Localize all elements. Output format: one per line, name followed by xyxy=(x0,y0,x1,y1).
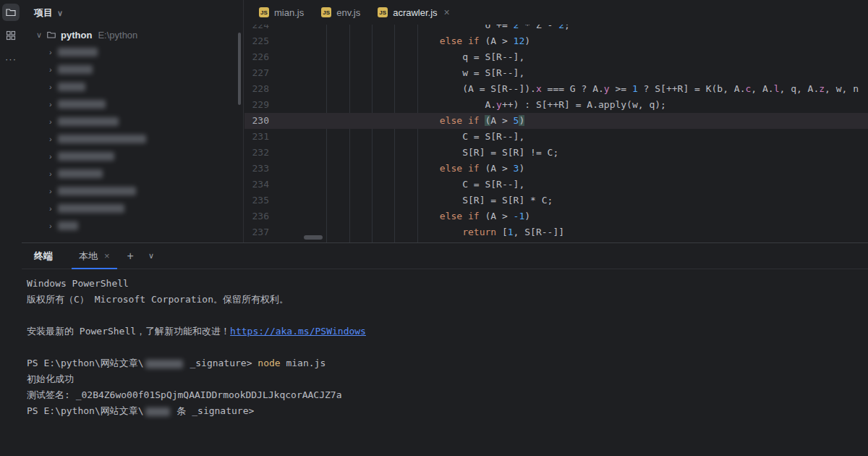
code-line-231[interactable]: 231 C = S[R--], xyxy=(244,129,868,145)
terminal-tab-label: 本地 xyxy=(79,250,98,263)
editor-lines: 224 U += 2 * Z - 2;225 else if (A > 12)2… xyxy=(244,25,868,240)
chevron-right-icon[interactable]: › xyxy=(49,152,52,161)
terminal-line xyxy=(27,339,868,355)
tree-item[interactable]: › xyxy=(22,217,243,235)
code-line-232[interactable]: 232 S[R] = S[R] != C; xyxy=(244,145,868,161)
terminal-line: 安装最新的 PowerShell，了解新功能和改进！https://aka.ms… xyxy=(27,324,868,339)
terminal-line: 测试签名: _02B4Z6wo00f01SpQjmQAAIDDrmookDDJL… xyxy=(27,387,868,403)
redacted-label xyxy=(58,187,136,195)
tree-item[interactable]: › xyxy=(22,130,243,148)
editor-tab-env.js[interactable]: JSenv.js xyxy=(312,0,369,25)
tree-item[interactable]: › xyxy=(22,165,243,182)
tree-item[interactable]: › xyxy=(22,96,243,113)
line-number: 234 xyxy=(244,177,269,193)
chevron-right-icon[interactable]: › xyxy=(49,187,52,195)
project-scrollbar[interactable] xyxy=(238,33,241,105)
chevron-right-icon[interactable]: › xyxy=(49,117,52,126)
editor-body[interactable]: 224 U += 2 * Z - 2;225 else if (A > 12)2… xyxy=(244,25,868,242)
code-text: S[R] = S[R] * C; xyxy=(269,193,553,208)
terminal-text: 版权所有（C） Microsoft Corporation。保留所有权利。 xyxy=(27,294,289,305)
code-text: w = S[R--], xyxy=(269,65,524,81)
terminal-text: 测试签名: _02B4Z6wo00f01SpQjmQAAIDDrmookDDJL… xyxy=(27,389,342,400)
chevron-right-icon[interactable]: › xyxy=(49,65,52,74)
code-line-227[interactable]: 227 w = S[R--], xyxy=(244,65,868,81)
redacted-label xyxy=(58,169,103,178)
chevron-right-icon[interactable]: › xyxy=(49,48,52,56)
terminal-text: PS E:\python\网站文章\ xyxy=(27,358,144,368)
more-tools-icon[interactable]: ··· xyxy=(2,50,20,67)
project-folder-icon[interactable] xyxy=(2,4,20,21)
close-icon[interactable]: × xyxy=(104,250,110,261)
code-text: else if (A > -1) xyxy=(269,208,530,224)
close-icon[interactable]: × xyxy=(444,7,450,18)
redacted-label xyxy=(58,152,114,161)
chevron-right-icon[interactable]: › xyxy=(49,100,52,109)
project-panel: 项目 ∨ ∨ python E:\python ››››››››››› xyxy=(22,0,244,242)
terminal-text: PS E:\python\网站文章\ xyxy=(27,405,144,416)
chevron-down-icon[interactable]: ∨ xyxy=(148,251,154,261)
code-text: A.y++) : S[++R] = A.apply(w, q); xyxy=(269,97,666,113)
code-line-237[interactable]: 237 return [1, S[R--]] xyxy=(244,224,868,240)
chevron-right-icon[interactable]: › xyxy=(49,204,52,213)
terminal-line xyxy=(27,308,868,324)
tree-item[interactable]: › xyxy=(22,200,243,217)
code-line-235[interactable]: 235 S[R] = S[R] * C; xyxy=(244,193,868,208)
chevron-right-icon[interactable]: › xyxy=(49,221,52,230)
tree-item[interactable]: › xyxy=(22,148,243,165)
code-line-226[interactable]: 226 q = S[R--], xyxy=(244,49,868,65)
line-number: 233 xyxy=(244,161,269,177)
code-line-233[interactable]: 233 else if (A > 3) xyxy=(244,161,868,177)
new-terminal-icon[interactable]: + xyxy=(127,250,134,263)
code-line-236[interactable]: 236 else if (A > -1) xyxy=(244,208,868,224)
project-panel-header[interactable]: 项目 ∨ xyxy=(22,0,243,26)
tab-label: env.js xyxy=(336,7,360,18)
project-tree-items: ››››››››››› xyxy=(22,43,243,235)
code-text: else if (A > 12) xyxy=(269,33,530,49)
terminal-line: PS E:\python\网站文章\ 条 _signature> xyxy=(27,403,868,419)
tree-item[interactable]: › xyxy=(22,78,243,96)
editor-tab-mian.js[interactable]: JSmian.js xyxy=(250,0,312,25)
code-line-230[interactable]: 230 else if (A > 5) xyxy=(244,113,868,129)
code-line-229[interactable]: 229 A.y++) : S[++R] = A.apply(w, q); xyxy=(244,97,868,113)
chevron-right-icon[interactable]: › xyxy=(49,169,52,178)
redacted-label xyxy=(58,83,85,91)
tree-item[interactable]: › xyxy=(22,43,243,61)
terminal-text: mian.js xyxy=(281,358,326,368)
chevron-down-icon: ∨ xyxy=(57,9,63,18)
line-number: 224 xyxy=(244,25,269,33)
line-number: 232 xyxy=(244,145,269,161)
line-number: 236 xyxy=(244,208,269,224)
code-text: q = S[R--], xyxy=(269,49,524,65)
activity-bar: ··· xyxy=(0,0,22,456)
line-number: 226 xyxy=(244,49,269,65)
line-number: 237 xyxy=(244,224,269,240)
code-text: C = S[R--], xyxy=(269,129,524,145)
redacted-label xyxy=(58,48,98,56)
code-line-224[interactable]: 224 U += 2 * Z - 2; xyxy=(244,25,868,33)
code-text: S[R] = S[R] != C; xyxy=(269,145,558,161)
structure-icon[interactable] xyxy=(2,27,20,44)
tree-item[interactable]: › xyxy=(22,113,243,130)
terminal-text: Windows PowerShell xyxy=(27,278,129,289)
code-line-225[interactable]: 225 else if (A > 12) xyxy=(244,33,868,49)
tree-item[interactable]: › xyxy=(22,61,243,78)
tree-root-python[interactable]: ∨ python E:\python xyxy=(22,26,243,43)
chevron-right-icon[interactable]: › xyxy=(49,83,52,91)
terminal-link[interactable]: https://aka.ms/PSWindows xyxy=(230,326,366,337)
terminal-line: PS E:\python\网站文章\ _signature> node mian… xyxy=(27,355,868,371)
editor-horizontal-scrollbar[interactable] xyxy=(304,235,323,240)
editor-tab-acrawler.js[interactable]: JSacrawler.js× xyxy=(369,0,459,25)
code-line-228[interactable]: 228 (A = S[R--]).x === G ? A.y >= 1 ? S[… xyxy=(244,81,868,97)
terminal-text: 条 _signature> xyxy=(171,405,255,416)
code-text: else if (A > 3) xyxy=(269,161,524,177)
chevron-right-icon[interactable]: › xyxy=(49,135,52,143)
js-file-icon: JS xyxy=(259,7,269,17)
tree-item[interactable]: › xyxy=(22,182,243,200)
chevron-down-icon[interactable]: ∨ xyxy=(36,30,42,40)
terminal-output[interactable]: Windows PowerShell版权所有（C） Microsoft Corp… xyxy=(22,269,868,419)
line-number: 229 xyxy=(244,97,269,113)
terminal-tab-local[interactable]: 本地 × xyxy=(75,243,114,269)
code-line-234[interactable]: 234 C = S[R--], xyxy=(244,177,868,193)
line-number: 235 xyxy=(244,193,269,208)
terminal-line: 初始化成功 xyxy=(27,371,868,387)
